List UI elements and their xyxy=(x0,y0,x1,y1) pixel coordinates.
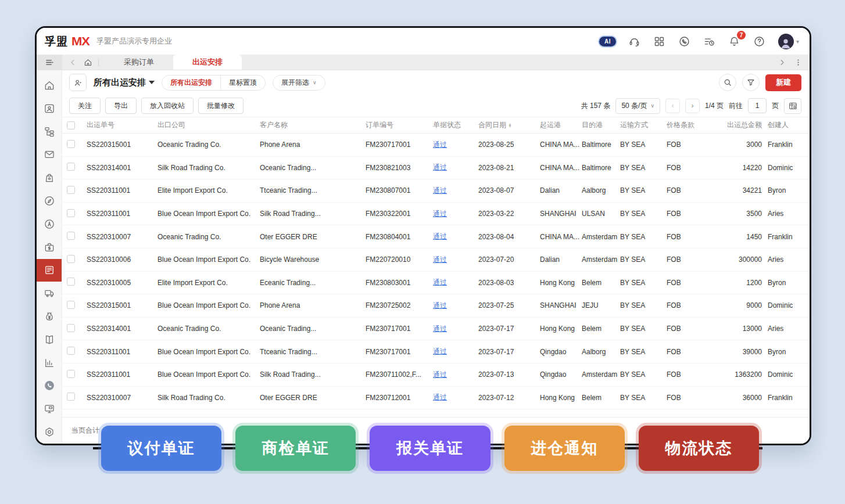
flow-step-button[interactable]: 商检单证 xyxy=(235,426,356,471)
status-approved-link[interactable]: 通过 xyxy=(433,370,447,379)
status-approved-link[interactable]: 通过 xyxy=(433,255,447,264)
sidebar-item-ledger[interactable] xyxy=(37,328,62,351)
status-approved-link[interactable]: 通过 xyxy=(433,278,447,286)
status-approved-link[interactable]: 通过 xyxy=(433,347,447,355)
flow-step-button[interactable]: 进仓通知 xyxy=(504,426,625,471)
cell-price-terms: FOB xyxy=(667,233,708,241)
sidebar-item-orders[interactable] xyxy=(37,236,62,259)
view-selector-dropdown[interactable]: 所有出运安排 xyxy=(94,77,155,88)
sidebar-item-shipping-docs[interactable] xyxy=(37,259,62,282)
row-checkbox[interactable] xyxy=(67,393,75,401)
status-approved-link[interactable]: 通过 xyxy=(433,232,447,240)
task-history-icon[interactable] xyxy=(703,35,716,48)
table-row[interactable]: SS220314001 Silk Road Trading Co. Oceani… xyxy=(62,157,810,180)
table-row[interactable]: SS220311001 Blue Ocean Import Export Co.… xyxy=(62,363,810,387)
sidebar-item-reports[interactable] xyxy=(37,351,62,375)
table-row[interactable]: SS220310006 Blue Ocean Import Export Co.… xyxy=(62,249,810,272)
status-approved-link[interactable]: 通过 xyxy=(433,393,447,401)
sort-icon[interactable]: ▲▼ xyxy=(508,123,512,127)
back-chevron-icon[interactable] xyxy=(68,57,77,67)
sidebar-item-logistics[interactable] xyxy=(37,282,62,305)
flow-step-button[interactable]: 物流状态 xyxy=(639,426,759,471)
sidebar-item-display[interactable] xyxy=(37,397,62,420)
cell-transport-mode: BY SEA xyxy=(620,210,667,218)
ai-assistant-icon[interactable]: AI xyxy=(599,37,616,46)
prev-page-button[interactable]: ‹ xyxy=(665,99,680,113)
expand-filter-button[interactable]: 展开筛选 ∨ xyxy=(273,75,325,91)
flow-step-button[interactable]: 议付单证 xyxy=(101,426,221,471)
open-tabs: 采购订单 出运安排 xyxy=(105,55,242,70)
app-header: 孚盟 MX 孚盟产品演示专用企业 AI xyxy=(37,28,810,55)
segment-all-shipments[interactable]: 所有出运安排 xyxy=(162,75,220,90)
table-row[interactable]: SS220310007 Silk Road Trading Co. Oter E… xyxy=(62,387,810,410)
funnel-filter-icon[interactable] xyxy=(742,74,760,91)
table-row[interactable]: SS220311001 Blue Ocean Import Export Co.… xyxy=(62,340,810,363)
cell-transport-mode: BY SEA xyxy=(620,370,667,379)
sidebar-item-contacts[interactable] xyxy=(37,97,62,120)
table-row[interactable]: SS220310005 Elite Import Export Co. Ecea… xyxy=(62,272,810,295)
row-checkbox[interactable] xyxy=(67,209,75,217)
home-icon[interactable] xyxy=(83,57,92,67)
row-checkbox[interactable] xyxy=(67,278,75,286)
sidebar-item-org-structure[interactable] xyxy=(37,120,62,143)
status-approved-link[interactable]: 通过 xyxy=(433,186,447,195)
sidebar-item-mail[interactable] xyxy=(37,143,62,166)
cell-price-terms: FOB xyxy=(667,186,708,195)
status-approved-link[interactable]: 通过 xyxy=(433,163,447,171)
table-row[interactable]: SS220314001 Oceanic Trading Co. Oceanic … xyxy=(62,318,810,341)
row-checkbox[interactable] xyxy=(67,232,75,240)
action-button[interactable]: 导出 xyxy=(105,98,137,114)
row-checkbox[interactable] xyxy=(67,370,75,378)
sidebar-item-discover[interactable] xyxy=(37,189,62,213)
forward-chevron-icon[interactable] xyxy=(777,57,786,67)
table-settings-icon[interactable] xyxy=(784,98,801,114)
status-approved-link[interactable]: 通过 xyxy=(433,141,447,149)
row-checkbox[interactable] xyxy=(67,324,75,332)
sidebar-item-finance[interactable] xyxy=(37,305,62,328)
notifications-bell-icon[interactable]: 7 xyxy=(728,35,741,48)
sidebar-item-settings[interactable] xyxy=(37,420,62,444)
row-checkbox[interactable] xyxy=(67,255,75,263)
help-icon[interactable] xyxy=(753,35,766,48)
page-size-select[interactable]: 50 条/页 ∨ xyxy=(615,98,660,114)
action-button[interactable]: 关注 xyxy=(69,98,101,114)
goto-page-input[interactable] xyxy=(748,98,767,113)
sidebar-item-whatsapp[interactable] xyxy=(37,375,62,398)
segment-starred-top[interactable]: 星标置顶 xyxy=(220,75,265,90)
table-row[interactable]: SS220315001 Blue Ocean Import Export Co.… xyxy=(62,294,810,318)
divider xyxy=(98,59,99,66)
table-row[interactable]: SS220315001 Oceanic Trading Co. Phone Ar… xyxy=(62,134,810,157)
sidebar-item-home[interactable] xyxy=(37,74,62,97)
action-button[interactable]: 批量修改 xyxy=(198,98,244,114)
user-avatar[interactable]: ▾ xyxy=(778,34,799,49)
status-approved-link[interactable]: 通过 xyxy=(433,301,447,309)
row-checkbox[interactable] xyxy=(67,301,75,309)
tab-purchase-orders[interactable]: 采购订单 xyxy=(105,55,173,70)
hamburger-menu-icon[interactable] xyxy=(37,55,62,70)
headset-icon[interactable] xyxy=(628,35,641,48)
action-button[interactable]: 放入回收站 xyxy=(141,98,194,114)
row-checkbox[interactable] xyxy=(67,347,75,355)
table-row[interactable]: SS220311001 Elite Import Export Co. Ttce… xyxy=(62,179,810,203)
person-view-icon[interactable] xyxy=(69,74,87,91)
status-approved-link[interactable]: 通过 xyxy=(433,325,447,333)
tab-shipping-arrangement[interactable]: 出运安排 xyxy=(173,55,242,70)
select-all-checkbox[interactable] xyxy=(67,121,75,129)
sidebar-item-products[interactable] xyxy=(37,166,62,189)
flow-step-button[interactable]: 报关单证 xyxy=(370,426,490,471)
row-checkbox[interactable] xyxy=(67,163,75,171)
cell-shipping-no: SS220311001 xyxy=(87,210,157,218)
table-row[interactable]: SS220310007 Oceanic Trading Co. Oter EGG… xyxy=(62,225,810,249)
sidebar-item-marketing[interactable] xyxy=(37,213,62,236)
new-button[interactable]: 新建 xyxy=(765,74,801,91)
search-icon[interactable] xyxy=(719,74,736,91)
apps-grid-icon[interactable] xyxy=(653,35,666,48)
cell-contract-date: 2023-08-04 xyxy=(478,233,540,241)
table-row[interactable]: SS220311001 Blue Ocean Import Export Co.… xyxy=(62,203,810,226)
next-page-button[interactable]: › xyxy=(685,99,700,113)
row-checkbox[interactable] xyxy=(67,140,75,148)
row-checkbox[interactable] xyxy=(67,186,75,194)
status-approved-link[interactable]: 通过 xyxy=(433,210,447,218)
kebab-menu-icon[interactable] xyxy=(793,57,803,67)
whatsapp-icon[interactable] xyxy=(678,35,691,48)
